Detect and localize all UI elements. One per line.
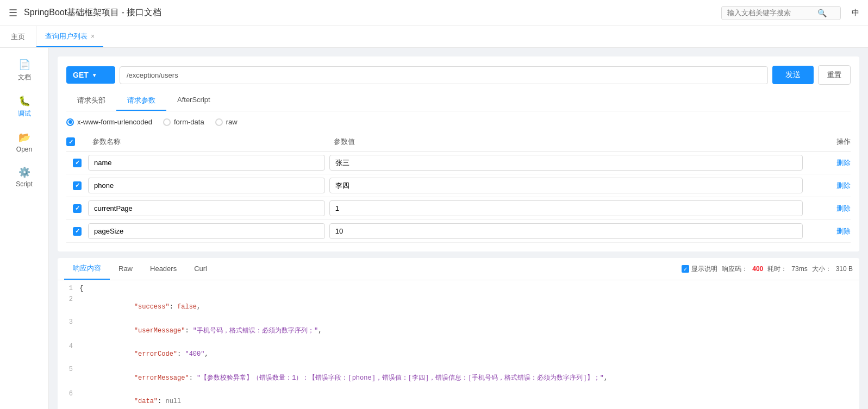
show-desc-label: 显示说明	[691, 265, 717, 274]
tab-afterscript[interactable]: AfterScript	[166, 91, 221, 111]
response-status-label: 响应码：	[722, 265, 748, 274]
radio-raw[interactable]: raw	[215, 118, 238, 126]
response-time-value: 73ms	[791, 265, 807, 273]
app-title: SpringBoot基础框架项目 - 接口文档	[24, 7, 715, 18]
code-line: 1 {	[58, 285, 859, 295]
tab-headers[interactable]: Headers	[141, 259, 185, 279]
response-panel: 响应内容 Raw Headers Curl 显示说明 响应码： 400 耗时： …	[58, 258, 859, 409]
debug-icon: 🐛	[18, 95, 30, 107]
radio-circle-formdata	[163, 118, 171, 126]
code-line: 4 "errorCode": "400",	[58, 343, 859, 366]
open-icon: 📂	[18, 131, 30, 143]
params-table-header: 参数名称 参数值 操作	[66, 133, 851, 152]
row1-name-input[interactable]	[88, 155, 325, 171]
row4-delete-button[interactable]: 删除	[836, 226, 851, 236]
method-label: GET	[73, 71, 89, 79]
request-tabs: 请求头部 请求参数 AfterScript	[66, 91, 851, 111]
tab-close-icon[interactable]: ×	[91, 33, 95, 40]
header-checkbox[interactable]	[66, 137, 75, 146]
response-size-value: 310 B	[836, 265, 853, 273]
row3-delete-button[interactable]: 删除	[836, 204, 851, 213]
menu-icon[interactable]: ☰	[9, 7, 17, 19]
sidebar-item-docs-label: 文档	[18, 73, 31, 82]
row1-checkbox[interactable]	[73, 159, 82, 167]
script-icon: ⚙️	[18, 166, 30, 178]
row4-checkbox[interactable]	[73, 227, 82, 236]
response-meta: 显示说明 响应码： 400 耗时： 73ms 大小： 310 B	[682, 265, 853, 274]
row3-checkbox[interactable]	[73, 204, 82, 213]
radio-form-data[interactable]: form-data	[163, 118, 204, 126]
url-input[interactable]	[120, 66, 768, 84]
row1-value-input[interactable]	[329, 155, 803, 171]
header-action: 操作	[807, 137, 851, 147]
send-button[interactable]: 发送	[772, 66, 814, 84]
row4-name-input[interactable]	[88, 223, 325, 239]
search-bar: 🔍	[721, 6, 841, 20]
table-row: 删除	[66, 220, 851, 243]
tab-active[interactable]: 查询用户列表 ×	[36, 26, 103, 47]
sidebar-item-script-label: Script	[16, 180, 33, 188]
radio-circle-urlencoded	[66, 118, 74, 126]
tab-raw[interactable]: Raw	[110, 259, 141, 279]
show-desc-toggle[interactable]: 显示说明	[682, 265, 717, 274]
table-row: 删除	[66, 174, 851, 197]
tab-curl[interactable]: Curl	[185, 259, 216, 279]
table-row: 删除	[66, 197, 851, 220]
content-area: GET ▼ 发送 重置 请求头部 请求参数 AfterScript x-www-…	[49, 48, 868, 409]
method-chevron-icon: ▼	[92, 72, 97, 78]
response-code-block: 1 { 2 "success": false, 3 "userMessage":…	[58, 280, 859, 409]
code-line: 3 "userMessage": "手机号码，格式错误：必须为数字序列；",	[58, 318, 859, 343]
body-type-group: x-www-form-urlencoded form-data raw	[66, 118, 851, 126]
row4-value-input[interactable]	[329, 223, 803, 239]
code-line: 6 "data": null	[58, 390, 859, 409]
sidebar-item-debug-label: 调试	[18, 109, 31, 118]
sidebar: 📄 文档 🐛 调试 📂 Open ⚙️ Script	[0, 48, 49, 409]
sidebar-item-docs[interactable]: 📄 文档	[0, 53, 48, 87]
sidebar-item-script[interactable]: ⚙️ Script	[0, 161, 48, 193]
radio-x-www-form-urlencoded[interactable]: x-www-form-urlencoded	[66, 118, 152, 126]
topbar: ☰ SpringBoot基础框架项目 - 接口文档 🔍 中	[0, 0, 868, 26]
row3-value-input[interactable]	[329, 200, 803, 216]
row3-name-input[interactable]	[88, 200, 325, 216]
tab-request-headers[interactable]: 请求头部	[66, 91, 116, 111]
response-status-code: 400	[752, 265, 763, 273]
row2-name-input[interactable]	[88, 178, 325, 193]
row2-delete-button[interactable]: 删除	[836, 181, 851, 191]
reset-button[interactable]: 重置	[818, 65, 851, 85]
search-icon: 🔍	[817, 9, 827, 17]
header-param-name: 参数名称	[88, 137, 329, 147]
code-line: 2 "success": false,	[58, 295, 859, 318]
docs-icon: 📄	[18, 59, 30, 71]
method-select[interactable]: GET ▼	[66, 66, 115, 84]
main-layout: 📄 文档 🐛 调试 📂 Open ⚙️ Script GET ▼	[0, 48, 868, 409]
response-tabs-bar: 响应内容 Raw Headers Curl 显示说明 响应码： 400 耗时： …	[58, 258, 859, 280]
url-bar: GET ▼ 发送 重置	[66, 65, 851, 85]
radio-circle-raw	[215, 118, 223, 126]
tab-request-params[interactable]: 请求参数	[116, 91, 166, 111]
row2-value-input[interactable]	[329, 178, 803, 193]
sidebar-item-open-label: Open	[16, 146, 32, 153]
sidebar-item-open[interactable]: 📂 Open	[0, 126, 48, 159]
header-param-value: 参数值	[329, 137, 807, 147]
tab-response-content[interactable]: 响应内容	[64, 258, 110, 280]
response-time-label: 耗时：	[767, 265, 787, 274]
request-panel: GET ▼ 发送 重置 请求头部 请求参数 AfterScript x-www-…	[58, 56, 859, 251]
lang-switch[interactable]: 中	[852, 8, 859, 18]
response-size-label: 大小：	[812, 265, 832, 274]
table-row: 删除	[66, 152, 851, 174]
sidebar-item-debug[interactable]: 🐛 调试	[0, 90, 48, 124]
row1-delete-button[interactable]: 删除	[836, 158, 851, 168]
tab-home[interactable]: 主页	[0, 26, 36, 47]
row2-checkbox[interactable]	[73, 181, 82, 190]
code-line: 5 "errorMessage": "【参数校验异常】（错误数量：1）：【错误字…	[58, 366, 859, 390]
show-desc-checkbox[interactable]	[682, 265, 689, 273]
tabbar: 主页 查询用户列表 ×	[0, 26, 868, 48]
search-input[interactable]	[727, 9, 814, 17]
